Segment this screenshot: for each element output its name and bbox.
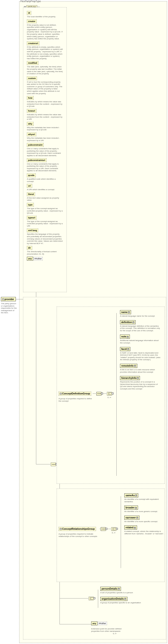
attr-modified: modified — [27, 61, 38, 65]
elem-definition: definition+ — [120, 320, 136, 324]
concept-definition-group: −ConceptDefinitionGroup — [59, 392, 91, 396]
attr-xml:lang: xml:lang — [27, 228, 38, 232]
attr-pubconstraint: pubconstraint — [27, 143, 44, 147]
attr-literal: literal — [27, 192, 35, 196]
attr-id: id — [27, 11, 31, 15]
elem-related: related+ — [124, 526, 137, 530]
elem-narrower: narrower+ — [124, 516, 139, 520]
elem-hierarchyInfo: hierarchyInfo+ — [120, 376, 140, 380]
expand-icon[interactable]: + — [124, 598, 126, 600]
elem-sameAs: sameAs+ — [124, 493, 138, 498]
expand-icon[interactable]: + — [127, 348, 129, 350]
expand-icon[interactable]: + — [118, 588, 120, 590]
attr-qcode: qcode — [27, 174, 36, 177]
attr-howuri: howuri — [27, 109, 37, 113]
attr-creatoruri: creatoruri — [27, 42, 39, 45]
attr-type: type — [27, 203, 34, 207]
sequence-icon: − — [96, 392, 103, 396]
expand-icon[interactable]: + — [134, 527, 136, 529]
provider-desc: The party (person or organisation) respo… — [1, 302, 17, 314]
expand-icon[interactable]: + — [134, 365, 136, 367]
elem-broader: broader+ — [124, 506, 138, 510]
type-label: FlexPartyPropType — [20, 0, 41, 3]
elem-note: note+ — [120, 334, 130, 339]
attr-uri: uri — [27, 184, 32, 188]
expand-icon[interactable]: + — [127, 336, 129, 338]
choice-icon: − — [111, 527, 118, 531]
any-element: any##other 0..∞ Extension point for prov… — [91, 622, 125, 632]
svg-point-22 — [103, 529, 104, 529]
sequence-icon: − — [100, 527, 107, 531]
attr-typeuri: typeuri — [27, 216, 37, 220]
attr-pubconstrainturi: pubconstrainturi — [27, 158, 47, 162]
collapse-icon[interactable]: − — [2, 298, 4, 300]
attr-creator: creator — [27, 20, 37, 23]
expand-icon[interactable]: + — [132, 322, 134, 323]
any-attr: any — [27, 257, 33, 260]
choice-icon: − — [107, 392, 113, 396]
concept-relationships-group: −ConceptRelationshipsGroup — [59, 527, 96, 531]
svg-point-9 — [55, 464, 55, 464]
expand-icon[interactable]: + — [137, 377, 139, 379]
attr-dir: dir — [27, 246, 32, 250]
attr-how: how — [27, 96, 34, 100]
elem-personDetails: personDetails+ — [100, 587, 121, 591]
svg-point-8 — [53, 464, 54, 464]
elem-remoteInfo: remoteInfo+ — [120, 364, 137, 368]
expand-icon[interactable]: + — [136, 517, 138, 519]
elem-facet: facet+ — [120, 347, 130, 351]
svg-point-23 — [105, 529, 105, 529]
provider-element: −provider — [1, 297, 16, 301]
elem-name: name+ — [120, 310, 131, 314]
svg-point-13 — [99, 394, 99, 394]
choice-icon: − — [88, 596, 95, 601]
expand-icon[interactable]: + — [128, 311, 130, 313]
expand-icon[interactable]: + — [135, 507, 137, 509]
expand-icon[interactable]: + — [135, 494, 137, 496]
svg-point-14 — [100, 394, 101, 394]
attr-whyuri: whyuri — [27, 132, 36, 136]
attr-custom: custom — [27, 76, 37, 80]
main-sequence-icon: − — [50, 462, 57, 466]
elem-organisationDetails: organisationDetails+ — [100, 597, 127, 601]
attr-why: why — [27, 122, 34, 126]
